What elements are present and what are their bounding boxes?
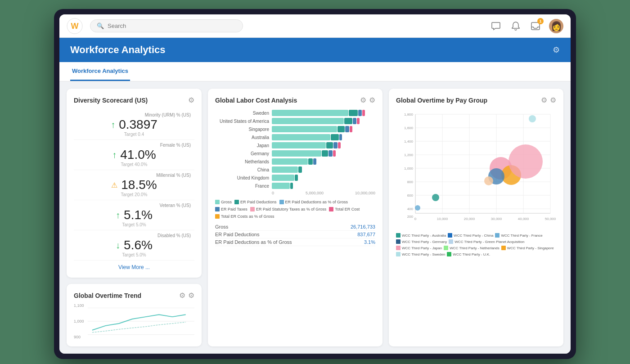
data-key-er-deductions: ER Paid Deductions: [215, 232, 259, 237]
bar-label-singapore: Singapore: [215, 127, 269, 132]
legend-er-pct-dot: [279, 200, 284, 204]
legend-er-taxes-dot: [215, 207, 220, 211]
view-more-link[interactable]: View More ...: [74, 264, 194, 270]
female-trend-icon: ↑: [112, 150, 117, 160]
inbox-icon[interactable]: 1: [529, 20, 542, 32]
disabled-label: Disabled % (US): [74, 233, 194, 238]
bar-track-netherlands: [272, 158, 375, 165]
labor-settings-icon[interactable]: ⚙: [369, 96, 375, 104]
bar-gross-germany: [272, 150, 321, 157]
legend-er-taxes-label: ER Paid Taxes: [221, 207, 248, 211]
workday-logo[interactable]: W: [67, 18, 83, 34]
bar-er-germany: [322, 150, 328, 157]
bar-er-usa: [344, 118, 352, 124]
bar-label-france: France: [215, 184, 269, 189]
bar-er-france: [290, 183, 293, 189]
bar-gross-france: [272, 183, 290, 189]
tab-workforce-analytics[interactable]: Workforce Analytics: [70, 62, 130, 81]
bubble-legend: WCC Third Party - Australia WCC Third Pa…: [396, 233, 556, 256]
overtime-paygroup-title: Global Overtime by Pay Group: [396, 97, 487, 104]
main-content: Diversity Scorecard (US) ⚙ Minority (URM…: [59, 81, 571, 354]
legend-er-taxes: ER Paid Taxes: [215, 207, 248, 211]
legend-uk-label: WCC Third Party - U.K.: [453, 252, 490, 256]
bar-tax-singapore: [345, 126, 349, 132]
bar-row-netherlands: Netherlands: [215, 158, 375, 165]
overtime-filter-icon2[interactable]: ⚙: [541, 96, 547, 104]
bar-row-france: France: [215, 183, 375, 189]
bar-gross-usa: [272, 118, 344, 124]
legend-sweden-dot: [396, 252, 400, 256]
overtime-trend-title: Global Overtime Trend: [74, 292, 141, 299]
millennial-value-row: ⚠ 18.5%: [74, 178, 194, 192]
minority-value-row: ↑ 0.3897: [74, 117, 194, 132]
legend-australia-dot: [396, 233, 400, 238]
bar-gross-netherlands: [272, 158, 308, 165]
bar-gross-australia: [272, 134, 330, 140]
metric-row-minority: Minority (URM) % (US) ↑ 0.3897 Target 0.…: [74, 110, 194, 140]
metric-row-veteran: Veteran % (US) ↑ 5.1% Target 5.0%: [74, 200, 194, 230]
legend-sweden-label: WCC Third Party - Sweden: [402, 252, 445, 256]
legend-green-planet-dot: [449, 239, 453, 244]
labor-data-table: Gross 26,716,733 ER Paid Deductions 837,…: [215, 223, 375, 246]
bar-gross-china: [272, 166, 298, 173]
svg-text:30,000: 30,000: [491, 217, 502, 221]
bar-er-sweden: [349, 110, 358, 116]
chat-icon[interactable]: [490, 20, 502, 32]
legend-singapore-dot: [501, 246, 506, 250]
legend-japan-label: WCC Third Party - Japan: [402, 246, 442, 250]
female-value-row: ↑ 41.0%: [74, 148, 194, 162]
legend-france-label: WCC Third Party - France: [501, 234, 542, 238]
overtime-settings-icon2[interactable]: ⚙: [550, 96, 556, 104]
bell-icon[interactable]: [509, 20, 522, 32]
female-label: Female % (US): [74, 143, 194, 148]
bubble-france: [415, 205, 420, 211]
data-row-er-deductions: ER Paid Deductions 837,677: [215, 231, 375, 238]
bubble-chart-svg: 1,800 1,600 1,400 1,200 1,000 800 600 40…: [396, 110, 556, 227]
bar-track-sweden: [272, 110, 375, 116]
millennial-value: 18.5%: [121, 178, 157, 192]
bar-total-singapore: [350, 126, 352, 132]
svg-text:1,400: 1,400: [404, 139, 414, 144]
legend-netherlands-label: WCC Third Party - Netherlands: [450, 246, 500, 250]
bar-total-usa: [357, 118, 360, 124]
bar-er-uk: [295, 175, 298, 181]
search-icon: 🔍: [97, 22, 104, 29]
overtime-trend-header: Global Overtime Trend ⚙ ⚙: [74, 291, 194, 300]
overtime-settings-icon[interactable]: ⚙: [188, 291, 194, 300]
legend-australia: WCC Third Party - Australia: [396, 233, 446, 238]
user-avatar[interactable]: 👩: [549, 19, 563, 33]
bar-label-germany: Germany: [215, 151, 269, 156]
svg-text:10,000: 10,000: [437, 217, 448, 221]
millennial-label: Millennial % (US): [74, 173, 194, 178]
overtime-trend-card: Global Overtime Trend ⚙ ⚙ 1,100 1,000 90…: [67, 284, 202, 346]
diversity-settings-icon[interactable]: ⚙: [188, 96, 194, 104]
bar-row-uk: United Kingdom: [215, 175, 375, 181]
legend-er-pct-label: ER Paid Deductions as % of Gross: [285, 200, 348, 204]
legend-green-planet: WCC Third Party - Green Planet Acquisiti…: [449, 239, 524, 244]
svg-text:400: 400: [407, 207, 414, 211]
minority-trend-icon: ↑: [111, 120, 115, 130]
bar-gross-japan: [272, 142, 326, 148]
legend-er-paid-label: ER Paid Deductions: [240, 200, 277, 204]
x-0: 0: [272, 191, 274, 195]
search-bar[interactable]: 🔍: [90, 19, 243, 32]
disabled-target: Target 5.0%: [122, 252, 146, 257]
bar-row-germany: Germany: [215, 150, 375, 157]
disabled-value: 5.6%: [124, 238, 153, 252]
disabled-value-row: ↓ 5.6%: [74, 238, 194, 252]
minority-value: 0.3897: [119, 117, 158, 132]
bar-er-netherlands: [308, 158, 313, 165]
bar-tax-japan: [333, 142, 338, 148]
svg-text:1,800: 1,800: [404, 112, 414, 117]
legend-australia-label: WCC Third Party - Australia: [402, 234, 446, 238]
legend-china-dot: [448, 233, 452, 238]
bar-track-japan: [272, 142, 375, 148]
labor-filter-icon[interactable]: ⚙: [360, 96, 366, 104]
search-input[interactable]: [108, 22, 236, 29]
page-settings-icon[interactable]: ⚙: [553, 45, 560, 55]
bar-row-china: China: [215, 166, 375, 173]
bar-row-australia: Australia: [215, 134, 375, 140]
overtime-y-labels: 1,100 1,000 900: [74, 303, 84, 339]
bar-gross-singapore: [272, 126, 337, 132]
overtime-filter-icon[interactable]: ⚙: [179, 291, 185, 300]
